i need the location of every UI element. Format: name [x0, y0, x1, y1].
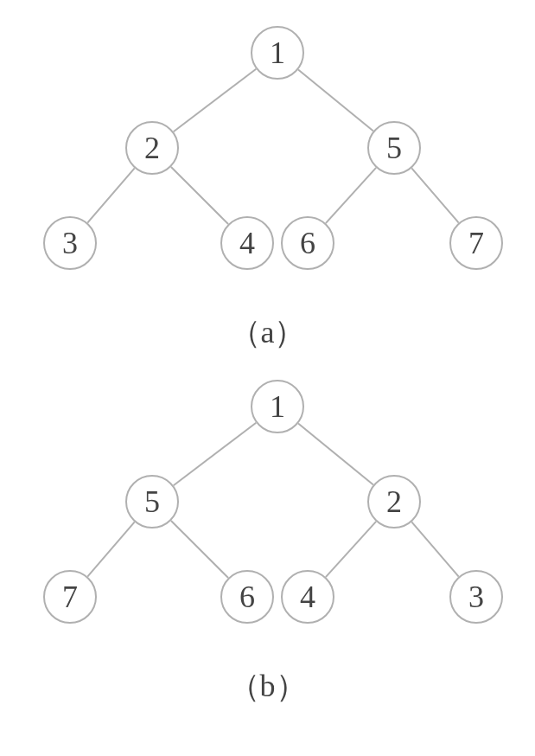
tree-node-label: 1: [270, 35, 285, 71]
tree-node-label: 1: [270, 388, 285, 425]
caption-a: （a）: [0, 311, 535, 354]
tree-node: 7: [449, 216, 503, 270]
caption-b: （b）: [0, 665, 535, 708]
tree-node: 6: [281, 216, 334, 270]
tree-edge: [411, 522, 458, 576]
tree-edge: [171, 521, 228, 578]
tree-node-label: 5: [144, 484, 160, 520]
tree-node-label: 6: [300, 225, 315, 261]
tree-edge: [174, 69, 257, 132]
tree-node: 4: [281, 570, 334, 624]
tree-node: 2: [125, 121, 179, 175]
tree-edge: [411, 168, 458, 222]
tree-edge: [87, 168, 134, 222]
tree-node: 1: [251, 380, 304, 433]
tree-node: 3: [449, 570, 503, 624]
tree-node-label: 2: [386, 484, 402, 520]
tree-node: 4: [220, 216, 274, 270]
tree-node: 5: [367, 121, 421, 175]
tree-node-label: 3: [468, 579, 484, 615]
tree-node-label: 7: [468, 225, 484, 261]
tree-edge: [298, 424, 373, 485]
tree-edge: [298, 70, 373, 131]
tree-edge: [87, 522, 134, 576]
tree-edge: [171, 167, 228, 224]
tree-node: 3: [43, 216, 97, 270]
tree-node-label: 4: [239, 225, 255, 261]
tree-edge: [326, 168, 376, 223]
tree-node: 1: [251, 26, 304, 80]
tree-node-label: 2: [144, 130, 160, 166]
tree-diagram-b: 1527643: [0, 354, 535, 665]
tree-node-label: 3: [62, 225, 78, 261]
tree-node: 5: [125, 475, 179, 529]
tree-node-label: 4: [300, 579, 315, 615]
tree-node-label: 7: [62, 579, 78, 615]
tree-node: 2: [367, 475, 421, 529]
tree-edge: [174, 423, 257, 486]
tree-node: 7: [43, 570, 97, 624]
tree-node-label: 6: [239, 579, 255, 615]
tree-node: 6: [220, 570, 274, 624]
tree-node-label: 5: [386, 130, 402, 166]
tree-edge: [326, 522, 376, 577]
tree-diagram-a: 1253467: [0, 0, 535, 311]
